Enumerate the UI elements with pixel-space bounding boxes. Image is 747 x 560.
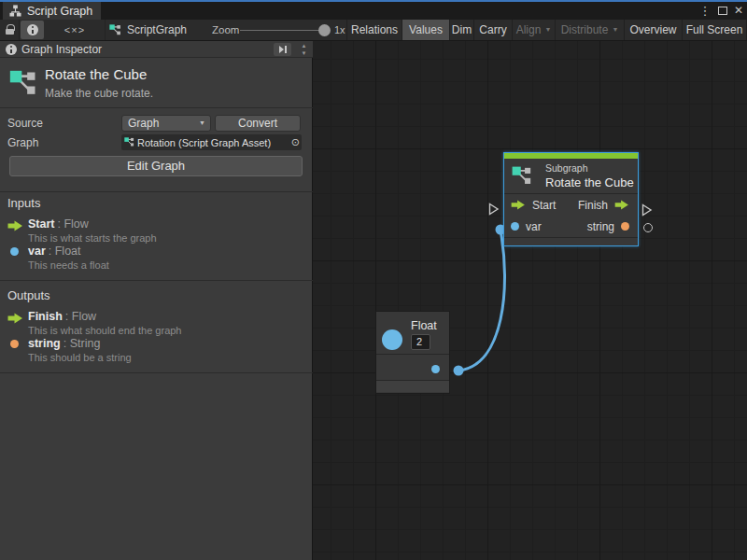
port-entry-string: string: String (28, 337, 100, 350)
carry-toggle[interactable]: Carry (473, 20, 512, 40)
zoom-value: 1x (334, 20, 345, 40)
source-dropdown[interactable]: Graph ▼ (121, 115, 211, 132)
lock-icon (6, 29, 14, 35)
graph-toolbar: <×> ScriptGraph Zoom 1x Relations Values… (0, 20, 747, 41)
node-footer (504, 237, 638, 243)
zoom-slider-handle[interactable] (318, 24, 331, 36)
close-icon[interactable]: ✕ (732, 2, 745, 20)
align-menu-button[interactable]: Align▼ (512, 20, 555, 40)
external-value-output-marker[interactable] (643, 223, 653, 232)
graph-field-label: Graph (7, 136, 38, 149)
flow-port-icon[interactable] (511, 200, 526, 210)
info-icon (27, 24, 38, 35)
dock-icon (279, 46, 284, 53)
graph-title: Rotate the Cube (45, 66, 147, 82)
external-flow-output-marker[interactable] (641, 203, 653, 217)
connection-layer (313, 41, 747, 560)
script-graph-icon (109, 24, 121, 36)
tab-script-graph[interactable]: Script Graph (3, 2, 101, 20)
graph-name: ScriptGraph (127, 23, 187, 36)
flow-port-icon[interactable] (614, 200, 629, 210)
divider (0, 280, 313, 281)
value-port-icon (10, 247, 19, 256)
external-flow-input-marker[interactable] (488, 203, 500, 216)
node-title: Rotate the Cube (545, 175, 634, 189)
port-description: This needs a float (28, 259, 109, 271)
node-header: Float 2 (376, 312, 449, 355)
float-literal-node[interactable]: Float 2 (375, 311, 450, 394)
object-picker-icon[interactable]: ⊙ (291, 136, 300, 148)
dim-toggle[interactable]: Dim (449, 20, 473, 40)
node-footer (376, 381, 449, 392)
maximize-icon[interactable] (716, 2, 729, 20)
chevron-down-icon: ▼ (544, 26, 551, 33)
scroll-up-icon[interactable]: ▲ (298, 42, 310, 49)
port-description: This is what should end the graph (28, 325, 182, 336)
script-graph-asset-icon (9, 70, 37, 98)
kebab-menu-icon[interactable]: ⋮ (698, 2, 712, 20)
wire-endpoint-float-output[interactable] (454, 366, 464, 376)
panel-scroll-arrows[interactable]: ▲ ▼ (298, 42, 310, 57)
unity-script-graph-window: Script Graph ⋮ ✕ <×> ScriptGraph Zoom 1x… (0, 0, 747, 560)
port-label-string: string (587, 220, 614, 233)
divider (0, 107, 313, 108)
script-graph-icon (124, 137, 134, 147)
node-port-row (376, 355, 449, 381)
value-port-icon[interactable] (431, 365, 440, 373)
port-label-finish: Finish (578, 199, 608, 212)
inputs-header: Inputs (7, 196, 40, 210)
full-screen-button[interactable]: Full Screen (682, 20, 747, 40)
port-entry-var: var: Float (28, 245, 81, 258)
node-kind-label: Subgraph (545, 162, 588, 174)
port-label-var: var (526, 220, 542, 233)
overview-button[interactable]: Overview (624, 20, 682, 40)
value-port-icon[interactable] (511, 222, 519, 231)
distribute-menu-button[interactable]: Distribute▼ (555, 20, 624, 40)
divider (0, 372, 313, 373)
relations-toggle[interactable]: Relations (346, 20, 402, 40)
node-title: Float (411, 319, 437, 332)
string-port-icon[interactable] (621, 222, 629, 231)
values-toggle[interactable]: Values (402, 20, 449, 40)
inspector-header-label: Graph Inspector (21, 43, 102, 56)
graph-summary: Make the cube rotate. (45, 87, 153, 100)
node-header: Subgraph Rotate the Cube (504, 159, 638, 194)
graph-canvas[interactable]: Subgraph Rotate the Cube Start Finish va… (313, 41, 747, 560)
outputs-header: Outputs (7, 288, 50, 302)
source-label: Source (7, 117, 43, 130)
zoom-label: Zoom (212, 20, 239, 40)
code-icon: <×> (64, 24, 85, 35)
graph-object-value: Rotation (Script Graph Asset) (137, 137, 271, 148)
node-port-row: var string (504, 216, 638, 237)
port-description: This should be a string (28, 352, 132, 363)
graph-object-field[interactable]: Rotation (Script Graph Asset) ⊙ (121, 134, 302, 150)
flow-port-icon (7, 220, 23, 231)
source-dropdown-value: Graph (128, 117, 159, 130)
port-entry-start: Start: Flow (28, 217, 89, 231)
inspector-toggle-button[interactable] (21, 21, 44, 39)
port-entry-finish: Finish: Flow (28, 310, 96, 323)
flow-port-icon (7, 313, 23, 324)
float-value-field[interactable]: 2 (411, 334, 430, 350)
lock-button[interactable] (0, 20, 20, 40)
port-label-start: Start (532, 199, 556, 212)
convert-button[interactable]: Convert (215, 115, 301, 132)
script-graph-icon (512, 166, 532, 187)
zoom-slider-track[interactable] (240, 30, 325, 31)
scroll-down-icon[interactable]: ▼ (298, 49, 310, 57)
subgraph-node[interactable]: Subgraph Rotate the Cube Start Finish va… (503, 152, 639, 246)
graph-inspector-panel: Graph Inspector ▲ ▼ Rotate the Cube Make… (0, 41, 313, 560)
current-graph-label: ScriptGraph (109, 20, 187, 40)
chevron-down-icon: ▼ (199, 116, 205, 131)
string-port-icon (10, 340, 19, 348)
float-type-icon (382, 329, 402, 350)
connection-wire[interactable] (458, 231, 505, 371)
divider (0, 191, 313, 192)
tab-label: Script Graph (27, 5, 92, 18)
dock-panel-button[interactable] (274, 43, 291, 56)
graph-hierarchy-icon (9, 5, 21, 17)
chevron-down-icon: ▼ (612, 26, 618, 33)
tab-bar: Script Graph ⋮ ✕ (0, 2, 747, 20)
code-preview-button[interactable]: <×> (45, 20, 106, 40)
edit-graph-button[interactable]: Edit Graph (9, 156, 303, 176)
